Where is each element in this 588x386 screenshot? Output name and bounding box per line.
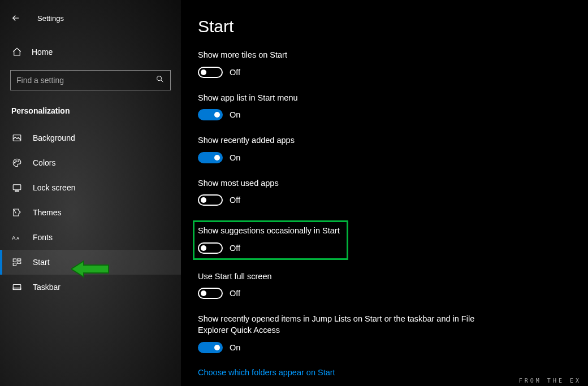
setting-jump-lists: Show recently opened items in Jump Lists… xyxy=(198,314,571,353)
main-content: Start Show more tiles on Start Off Show … xyxy=(181,0,588,386)
sidebar-item-lock-screen[interactable]: Lock screen xyxy=(0,175,181,200)
titlebar: Settings xyxy=(0,0,181,41)
sidebar-item-home[interactable]: Home xyxy=(0,41,181,63)
sidebar-item-taskbar[interactable]: Taskbar xyxy=(0,275,181,300)
sidebar-item-colors[interactable]: Colors xyxy=(0,150,181,175)
sidebar-item-label: Lock screen xyxy=(33,183,75,192)
settings-window: Settings Home Personalization Background xyxy=(0,0,588,386)
setting-label: Show recently added apps xyxy=(198,135,486,146)
setting-recent-apps: Show recently added apps On xyxy=(198,135,571,163)
back-button[interactable] xyxy=(7,9,25,27)
watermark: FROM THE EX xyxy=(519,378,581,384)
sidebar-item-label: Start xyxy=(33,258,50,267)
toggle-state: Off xyxy=(230,289,240,298)
sidebar-item-label: Themes xyxy=(33,208,62,217)
lock-screen-icon xyxy=(11,182,23,193)
svg-rect-6 xyxy=(15,190,19,192)
home-label: Home xyxy=(32,47,53,57)
svg-text:A: A xyxy=(12,235,16,241)
toggle-most-used[interactable] xyxy=(198,194,223,206)
setting-app-list: Show app list in Start menu On xyxy=(198,93,571,121)
svg-text:A: A xyxy=(16,236,19,240)
sidebar: Settings Home Personalization Background xyxy=(0,0,181,386)
setting-label: Show most used apps xyxy=(198,178,486,189)
toggle-suggestions[interactable] xyxy=(198,242,223,254)
setting-full-screen: Use Start full screen Off xyxy=(198,271,571,300)
setting-most-used: Show most used apps Off xyxy=(198,178,571,206)
toggle-more-tiles[interactable] xyxy=(198,67,223,78)
sidebar-item-background[interactable]: Background xyxy=(0,125,181,150)
setting-label: Use Start full screen xyxy=(198,271,486,283)
toggle-state: On xyxy=(230,153,240,162)
setting-suggestions: Show suggestions occasionally in Start O… xyxy=(198,225,340,254)
setting-label: Show more tiles on Start xyxy=(198,50,486,61)
svg-point-4 xyxy=(18,161,19,162)
back-arrow-icon xyxy=(11,13,21,23)
app-title: Settings xyxy=(37,14,64,23)
sidebar-item-label: Colors xyxy=(33,158,55,167)
svg-point-0 xyxy=(157,76,162,81)
search-input[interactable] xyxy=(16,76,155,85)
svg-rect-12 xyxy=(13,263,16,266)
svg-point-3 xyxy=(16,161,17,162)
toggle-app-list[interactable] xyxy=(198,109,223,120)
taskbar-icon xyxy=(11,281,23,293)
sidebar-item-label: Taskbar xyxy=(33,283,60,292)
svg-rect-11 xyxy=(18,262,21,263)
svg-rect-9 xyxy=(13,259,16,262)
sidebar-item-start[interactable]: Start xyxy=(0,250,181,275)
page-title: Start xyxy=(198,17,571,36)
toggle-state: Off xyxy=(230,244,240,253)
annotation-highlight: Show suggestions occasionally in Start O… xyxy=(193,220,348,260)
picture-icon xyxy=(11,132,23,144)
palette-icon xyxy=(11,157,23,168)
toggle-recent-apps[interactable] xyxy=(198,152,223,163)
choose-folders-link[interactable]: Choose which folders appear on Start xyxy=(198,368,571,377)
toggle-jump-lists[interactable] xyxy=(198,342,223,353)
search-icon xyxy=(155,75,165,86)
sidebar-item-themes[interactable]: Themes xyxy=(0,200,181,225)
setting-label: Show recently opened items in Jump Lists… xyxy=(198,314,486,336)
sidebar-item-fonts[interactable]: AA Fonts xyxy=(0,225,181,250)
setting-more-tiles: Show more tiles on Start Off xyxy=(198,50,571,78)
setting-label: Show suggestions occasionally in Start xyxy=(198,225,340,237)
toggle-state: Off xyxy=(230,68,240,77)
section-header: Personalization xyxy=(0,103,181,125)
home-icon xyxy=(11,46,23,58)
sidebar-item-label: Fonts xyxy=(33,233,53,242)
svg-point-2 xyxy=(15,162,16,163)
svg-rect-14 xyxy=(13,288,21,290)
search-container xyxy=(10,70,171,90)
toggle-state: On xyxy=(230,343,240,352)
themes-icon xyxy=(11,207,23,218)
svg-rect-5 xyxy=(13,185,21,190)
toggle-state: On xyxy=(230,110,240,119)
toggle-full-screen[interactable] xyxy=(198,288,223,299)
toggle-state: Off xyxy=(230,196,240,205)
start-icon xyxy=(11,257,23,268)
svg-rect-10 xyxy=(18,259,21,261)
search-box[interactable] xyxy=(10,70,171,90)
sidebar-item-label: Background xyxy=(33,133,75,142)
setting-label: Show app list in Start menu xyxy=(198,93,486,104)
fonts-icon: AA xyxy=(11,232,23,243)
